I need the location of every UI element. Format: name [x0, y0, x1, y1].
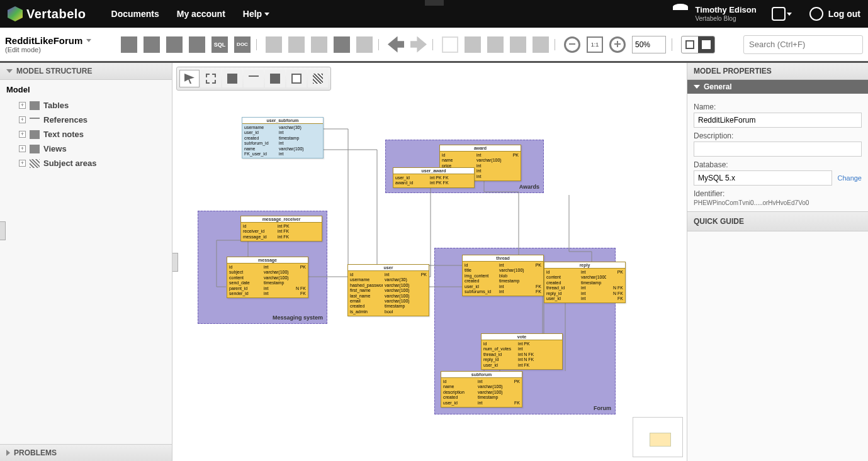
table-message-receiver[interactable]: message_receiver idint PKreceiver_idint …	[240, 216, 322, 242]
save-button[interactable]	[121, 36, 137, 53]
user-org: Vertabelo Blog	[695, 15, 756, 22]
cut-button[interactable]	[334, 36, 350, 53]
tree-item-textnotes[interactable]: +Text notes	[6, 127, 166, 142]
expand-icon[interactable]: +	[19, 131, 26, 138]
table-vote[interactable]: vote idint PKnum_of_votesintthread_idint…	[481, 333, 563, 370]
expand-icon[interactable]: +	[19, 102, 26, 109]
minimap[interactable]	[633, 417, 683, 457]
right-panel: MODEL PROPERTIES General Name: Descripti…	[687, 63, 868, 461]
problems-header[interactable]: PROBLEMS	[0, 444, 172, 461]
view-mode-left[interactable]	[682, 36, 698, 53]
delete-button[interactable]	[356, 36, 373, 53]
user-block[interactable]: Timothy Edison Vertabelo Blog	[675, 6, 756, 21]
chevron-down-icon	[694, 85, 700, 89]
edit-mode-button[interactable]	[442, 36, 458, 53]
expand-icon[interactable]: +	[19, 160, 26, 167]
zoom-out-button[interactable]	[564, 36, 580, 53]
doc-export-button[interactable]: DOC	[234, 36, 251, 53]
zoom-select[interactable]	[632, 36, 666, 53]
view-toggle	[681, 36, 715, 53]
model-properties-header: MODEL PROPERTIES	[687, 63, 868, 80]
distribute-h-button[interactable]	[510, 36, 526, 53]
canvas[interactable]: Awards Messaging system Forum	[172, 63, 687, 461]
logo[interactable]: Vertabelo	[8, 6, 86, 21]
id-label: Identifier:	[694, 189, 862, 198]
align-right-button[interactable]	[487, 36, 504, 53]
feedback-button[interactable]	[772, 7, 792, 21]
nav-help[interactable]: Help	[243, 9, 269, 19]
tree-item-tables[interactable]: +Tables	[6, 98, 166, 113]
view-mode-right[interactable]	[698, 36, 714, 53]
search-input[interactable]	[743, 35, 863, 54]
sql-export-button[interactable]: SQL	[211, 36, 228, 53]
logout-button[interactable]: Log out	[809, 7, 860, 21]
general-section-header[interactable]: General	[687, 80, 868, 94]
nav-documents[interactable]: Documents	[111, 9, 159, 19]
distribute-v-button[interactable]	[533, 36, 549, 53]
marquee-tool[interactable]	[201, 70, 221, 87]
note-icon	[30, 130, 40, 139]
paste-button[interactable]	[288, 36, 305, 53]
model-tree: Model +Tables +References +Text notes +V…	[0, 80, 172, 444]
align-left-button[interactable]	[465, 36, 481, 53]
table-user[interactable]: user idintPKusernamevarchar(30)hashed_pa…	[347, 264, 429, 316]
add-area-tool[interactable]	[308, 70, 328, 87]
left-panel-handle[interactable]	[172, 253, 178, 272]
note-icon	[291, 74, 302, 84]
area-icon	[30, 159, 40, 168]
power-icon	[809, 7, 823, 21]
cursor-icon	[184, 74, 194, 84]
copy-button[interactable]	[266, 36, 282, 53]
model-structure-header[interactable]: MODEL STRUCTURE	[0, 63, 172, 80]
zoom-in-button[interactable]	[609, 36, 626, 53]
reference-icon	[30, 118, 40, 123]
add-table-tool[interactable]	[222, 70, 242, 87]
chevron-right-icon	[6, 450, 10, 456]
desc-label: Description:	[694, 131, 862, 140]
add-note-tool[interactable]	[286, 70, 307, 87]
tree-item-views[interactable]: +Views	[6, 142, 166, 156]
tree-item-references[interactable]: +References	[6, 113, 166, 127]
add-reference-tool[interactable]	[244, 70, 264, 87]
name-label: Name:	[694, 103, 862, 111]
chevron-down-icon	[264, 13, 269, 16]
tree-item-subjectareas[interactable]: +Subject areas	[6, 156, 166, 170]
view-icon	[30, 145, 40, 153]
identifier-value: PHEWPinoComTvni0.....orHvHvoEd7Vo0	[694, 199, 862, 206]
collapse-top-handle[interactable]	[425, 0, 444, 6]
redo-button[interactable]	[410, 36, 427, 53]
db-select[interactable]	[694, 170, 832, 186]
add-view-tool[interactable]	[265, 70, 285, 87]
duplicate-button[interactable]	[311, 36, 327, 53]
undo-button[interactable]	[388, 36, 404, 53]
model-title-block[interactable]: RedditLikeForum (Edit mode)	[5, 35, 112, 53]
table-user-subforum[interactable]: user_subforum usernamevarchar(30)user_id…	[242, 117, 324, 158]
zoom-fit-button[interactable]: 1:1	[587, 36, 603, 53]
nav-account[interactable]: My account	[177, 9, 225, 19]
share-button[interactable]	[144, 36, 160, 53]
desc-input[interactable]	[694, 142, 862, 157]
speech-bubble-icon	[772, 7, 786, 21]
image-export-button[interactable]	[166, 36, 183, 53]
table-message[interactable]: message idintPKsubjectvarchar(100)conten…	[227, 257, 308, 298]
change-db-link[interactable]: Change	[837, 174, 862, 182]
view-icon	[270, 74, 280, 84]
nav-links: Documents My account Help	[111, 9, 270, 19]
tree-root[interactable]: Model	[6, 85, 166, 94]
logo-mark-icon	[8, 6, 23, 21]
name-input[interactable]	[694, 113, 862, 128]
expand-icon[interactable]: +	[19, 116, 26, 123]
table-thread[interactable]: thread idintPKtitlevarchar(100)img_conte…	[462, 255, 544, 296]
table-body: usernamevarchar(30)user_idintcreatedtime…	[242, 124, 323, 158]
table-icon	[227, 74, 237, 84]
select-tool[interactable]	[179, 70, 200, 87]
table-subforum[interactable]: subforum idintPKnamevarchar(100)descript…	[441, 371, 522, 408]
expand-icon[interactable]: +	[19, 145, 26, 152]
right-panel-handle[interactable]	[0, 221, 6, 240]
quick-guide-header[interactable]: QUICK GUIDE	[687, 211, 868, 231]
print-button[interactable]	[189, 36, 205, 53]
table-icon	[30, 101, 40, 110]
table-reply[interactable]: reply idintPKcontentvarchar(1000) Ncreat…	[544, 262, 626, 303]
left-panel: MODEL STRUCTURE Model +Tables +Reference…	[0, 63, 172, 461]
table-user-award[interactable]: user_award user_idint PK FKaward_idint P…	[393, 167, 475, 188]
